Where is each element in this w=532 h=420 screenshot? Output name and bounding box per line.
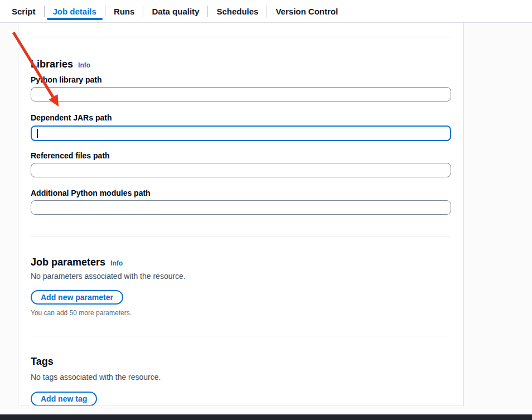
libraries-title: Libraries: [31, 59, 73, 70]
referenced-files-path-input[interactable]: [31, 163, 451, 177]
job-parameters-section-header: Job parameters Info: [31, 257, 451, 268]
tab-data-quality[interactable]: Data quality: [143, 0, 207, 22]
libraries-info-link[interactable]: Info: [78, 61, 90, 69]
tags-actions: Add new tag: [31, 392, 451, 406]
add-new-tag-button[interactable]: Add new tag: [31, 392, 97, 406]
add-new-parameter-button[interactable]: Add new parameter: [31, 290, 123, 305]
tags-title: Tags: [31, 356, 54, 367]
parameter-limit-hint: You can add 50 more parameters.: [31, 309, 451, 317]
dependent-jars-path-label: Dependent JARs path: [31, 113, 451, 122]
section-divider: [31, 336, 451, 336]
dependent-jars-path-input-focused[interactable]: [31, 125, 451, 141]
tab-version-control[interactable]: Version Control: [267, 0, 346, 22]
section-divider: [31, 236, 451, 237]
additional-python-modules-path-input[interactable]: [31, 200, 451, 215]
additional-python-modules-path-label: Additional Python modules path: [31, 189, 451, 197]
python-library-path-input[interactable]: [31, 87, 451, 102]
tab-script[interactable]: Script: [3, 0, 44, 22]
dependent-jars-path-input[interactable]: [38, 127, 445, 139]
section-divider: [31, 37, 451, 37]
job-details-panel: Libraries Info Python library path Depen…: [18, 23, 464, 406]
tab-bar: Script Job details Runs Data quality Sch…: [0, 0, 532, 23]
tags-empty-message: No tags associated with the resource.: [31, 372, 451, 382]
tab-schedules[interactable]: Schedules: [208, 0, 267, 22]
job-parameters-empty-message: No parameters associated with the resour…: [31, 271, 451, 281]
libraries-section-header: Libraries Info: [31, 59, 451, 70]
tab-job-details[interactable]: Job details: [45, 0, 105, 22]
window-bottom-edge: [0, 414, 532, 420]
tags-section-header: Tags: [31, 356, 451, 367]
tab-runs[interactable]: Runs: [105, 0, 143, 22]
referenced-files-path-label: Referenced files path: [31, 151, 451, 160]
page: Script Job details Runs Data quality Sch…: [0, 0, 532, 420]
job-parameters-actions: Add new parameter: [31, 290, 451, 305]
python-library-path-label: Python library path: [31, 75, 451, 84]
job-parameters-info-link[interactable]: Info: [110, 259, 123, 267]
job-parameters-title: Job parameters: [31, 257, 105, 268]
